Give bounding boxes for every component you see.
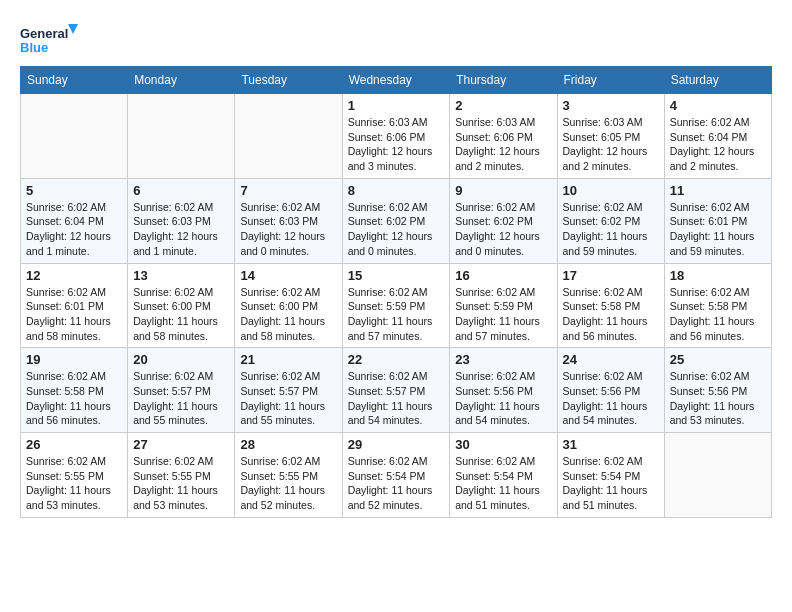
calendar-cell: 13Sunrise: 6:02 AM Sunset: 6:00 PM Dayli… xyxy=(128,263,235,348)
day-number: 27 xyxy=(133,437,229,452)
day-info: Sunrise: 6:02 AM Sunset: 5:57 PM Dayligh… xyxy=(348,369,445,428)
calendar-week-row: 19Sunrise: 6:02 AM Sunset: 5:58 PM Dayli… xyxy=(21,348,772,433)
day-number: 26 xyxy=(26,437,122,452)
calendar-cell: 20Sunrise: 6:02 AM Sunset: 5:57 PM Dayli… xyxy=(128,348,235,433)
day-info: Sunrise: 6:02 AM Sunset: 6:02 PM Dayligh… xyxy=(348,200,445,259)
header: General Blue xyxy=(20,20,772,60)
day-info: Sunrise: 6:02 AM Sunset: 5:56 PM Dayligh… xyxy=(670,369,766,428)
calendar-cell xyxy=(128,94,235,179)
logo-svg: General Blue xyxy=(20,20,80,60)
day-info: Sunrise: 6:02 AM Sunset: 5:54 PM Dayligh… xyxy=(563,454,659,513)
day-number: 19 xyxy=(26,352,122,367)
day-info: Sunrise: 6:02 AM Sunset: 6:03 PM Dayligh… xyxy=(133,200,229,259)
day-info: Sunrise: 6:02 AM Sunset: 6:01 PM Dayligh… xyxy=(670,200,766,259)
day-info: Sunrise: 6:02 AM Sunset: 5:55 PM Dayligh… xyxy=(26,454,122,513)
day-header-sunday: Sunday xyxy=(21,67,128,94)
day-number: 6 xyxy=(133,183,229,198)
calendar-cell: 28Sunrise: 6:02 AM Sunset: 5:55 PM Dayli… xyxy=(235,433,342,518)
day-info: Sunrise: 6:02 AM Sunset: 5:55 PM Dayligh… xyxy=(133,454,229,513)
calendar-cell: 30Sunrise: 6:02 AM Sunset: 5:54 PM Dayli… xyxy=(450,433,557,518)
day-number: 29 xyxy=(348,437,445,452)
calendar-cell: 1Sunrise: 6:03 AM Sunset: 6:06 PM Daylig… xyxy=(342,94,450,179)
day-info: Sunrise: 6:03 AM Sunset: 6:05 PM Dayligh… xyxy=(563,115,659,174)
day-info: Sunrise: 6:02 AM Sunset: 5:56 PM Dayligh… xyxy=(455,369,551,428)
calendar-cell: 14Sunrise: 6:02 AM Sunset: 6:00 PM Dayli… xyxy=(235,263,342,348)
calendar-header-row: SundayMondayTuesdayWednesdayThursdayFrid… xyxy=(21,67,772,94)
day-number: 23 xyxy=(455,352,551,367)
day-header-wednesday: Wednesday xyxy=(342,67,450,94)
calendar-cell: 8Sunrise: 6:02 AM Sunset: 6:02 PM Daylig… xyxy=(342,178,450,263)
day-number: 18 xyxy=(670,268,766,283)
day-info: Sunrise: 6:03 AM Sunset: 6:06 PM Dayligh… xyxy=(348,115,445,174)
svg-text:General: General xyxy=(20,26,68,41)
day-info: Sunrise: 6:02 AM Sunset: 5:59 PM Dayligh… xyxy=(455,285,551,344)
day-info: Sunrise: 6:02 AM Sunset: 5:58 PM Dayligh… xyxy=(26,369,122,428)
calendar-cell: 22Sunrise: 6:02 AM Sunset: 5:57 PM Dayli… xyxy=(342,348,450,433)
day-number: 12 xyxy=(26,268,122,283)
calendar-cell: 15Sunrise: 6:02 AM Sunset: 5:59 PM Dayli… xyxy=(342,263,450,348)
day-number: 10 xyxy=(563,183,659,198)
calendar-cell: 26Sunrise: 6:02 AM Sunset: 5:55 PM Dayli… xyxy=(21,433,128,518)
day-number: 21 xyxy=(240,352,336,367)
day-number: 7 xyxy=(240,183,336,198)
day-number: 1 xyxy=(348,98,445,113)
day-number: 20 xyxy=(133,352,229,367)
day-number: 17 xyxy=(563,268,659,283)
day-number: 15 xyxy=(348,268,445,283)
day-info: Sunrise: 6:02 AM Sunset: 5:58 PM Dayligh… xyxy=(563,285,659,344)
day-number: 11 xyxy=(670,183,766,198)
day-number: 14 xyxy=(240,268,336,283)
calendar-cell: 23Sunrise: 6:02 AM Sunset: 5:56 PM Dayli… xyxy=(450,348,557,433)
day-number: 3 xyxy=(563,98,659,113)
day-info: Sunrise: 6:02 AM Sunset: 5:58 PM Dayligh… xyxy=(670,285,766,344)
calendar-cell: 24Sunrise: 6:02 AM Sunset: 5:56 PM Dayli… xyxy=(557,348,664,433)
day-number: 24 xyxy=(563,352,659,367)
calendar-cell xyxy=(664,433,771,518)
day-info: Sunrise: 6:02 AM Sunset: 6:00 PM Dayligh… xyxy=(240,285,336,344)
calendar-week-row: 5Sunrise: 6:02 AM Sunset: 6:04 PM Daylig… xyxy=(21,178,772,263)
day-header-friday: Friday xyxy=(557,67,664,94)
calendar-cell: 3Sunrise: 6:03 AM Sunset: 6:05 PM Daylig… xyxy=(557,94,664,179)
calendar-cell: 16Sunrise: 6:02 AM Sunset: 5:59 PM Dayli… xyxy=(450,263,557,348)
day-info: Sunrise: 6:02 AM Sunset: 5:56 PM Dayligh… xyxy=(563,369,659,428)
day-info: Sunrise: 6:02 AM Sunset: 6:01 PM Dayligh… xyxy=(26,285,122,344)
calendar-cell: 12Sunrise: 6:02 AM Sunset: 6:01 PM Dayli… xyxy=(21,263,128,348)
day-info: Sunrise: 6:02 AM Sunset: 6:03 PM Dayligh… xyxy=(240,200,336,259)
calendar-cell: 29Sunrise: 6:02 AM Sunset: 5:54 PM Dayli… xyxy=(342,433,450,518)
calendar-cell: 21Sunrise: 6:02 AM Sunset: 5:57 PM Dayli… xyxy=(235,348,342,433)
calendar-cell: 2Sunrise: 6:03 AM Sunset: 6:06 PM Daylig… xyxy=(450,94,557,179)
day-info: Sunrise: 6:02 AM Sunset: 5:59 PM Dayligh… xyxy=(348,285,445,344)
calendar-cell: 31Sunrise: 6:02 AM Sunset: 5:54 PM Dayli… xyxy=(557,433,664,518)
day-number: 30 xyxy=(455,437,551,452)
day-info: Sunrise: 6:02 AM Sunset: 6:04 PM Dayligh… xyxy=(670,115,766,174)
day-info: Sunrise: 6:02 AM Sunset: 6:02 PM Dayligh… xyxy=(455,200,551,259)
day-info: Sunrise: 6:02 AM Sunset: 5:55 PM Dayligh… xyxy=(240,454,336,513)
calendar-cell xyxy=(21,94,128,179)
day-number: 31 xyxy=(563,437,659,452)
calendar-table: SundayMondayTuesdayWednesdayThursdayFrid… xyxy=(20,66,772,518)
calendar-cell: 18Sunrise: 6:02 AM Sunset: 5:58 PM Dayli… xyxy=(664,263,771,348)
day-header-tuesday: Tuesday xyxy=(235,67,342,94)
day-header-saturday: Saturday xyxy=(664,67,771,94)
day-info: Sunrise: 6:02 AM Sunset: 6:04 PM Dayligh… xyxy=(26,200,122,259)
calendar-cell: 10Sunrise: 6:02 AM Sunset: 6:02 PM Dayli… xyxy=(557,178,664,263)
calendar-cell: 25Sunrise: 6:02 AM Sunset: 5:56 PM Dayli… xyxy=(664,348,771,433)
calendar-cell: 19Sunrise: 6:02 AM Sunset: 5:58 PM Dayli… xyxy=(21,348,128,433)
day-info: Sunrise: 6:02 AM Sunset: 6:02 PM Dayligh… xyxy=(563,200,659,259)
day-number: 9 xyxy=(455,183,551,198)
day-number: 13 xyxy=(133,268,229,283)
logo: General Blue xyxy=(20,20,80,60)
day-number: 5 xyxy=(26,183,122,198)
page: General Blue SundayMondayTuesdayWednesda… xyxy=(0,0,792,528)
day-header-monday: Monday xyxy=(128,67,235,94)
calendar-cell: 7Sunrise: 6:02 AM Sunset: 6:03 PM Daylig… xyxy=(235,178,342,263)
calendar-cell: 4Sunrise: 6:02 AM Sunset: 6:04 PM Daylig… xyxy=(664,94,771,179)
day-number: 25 xyxy=(670,352,766,367)
day-info: Sunrise: 6:02 AM Sunset: 5:54 PM Dayligh… xyxy=(455,454,551,513)
calendar-cell: 27Sunrise: 6:02 AM Sunset: 5:55 PM Dayli… xyxy=(128,433,235,518)
day-number: 16 xyxy=(455,268,551,283)
day-number: 8 xyxy=(348,183,445,198)
calendar-cell xyxy=(235,94,342,179)
svg-marker-2 xyxy=(68,24,78,34)
calendar-cell: 9Sunrise: 6:02 AM Sunset: 6:02 PM Daylig… xyxy=(450,178,557,263)
